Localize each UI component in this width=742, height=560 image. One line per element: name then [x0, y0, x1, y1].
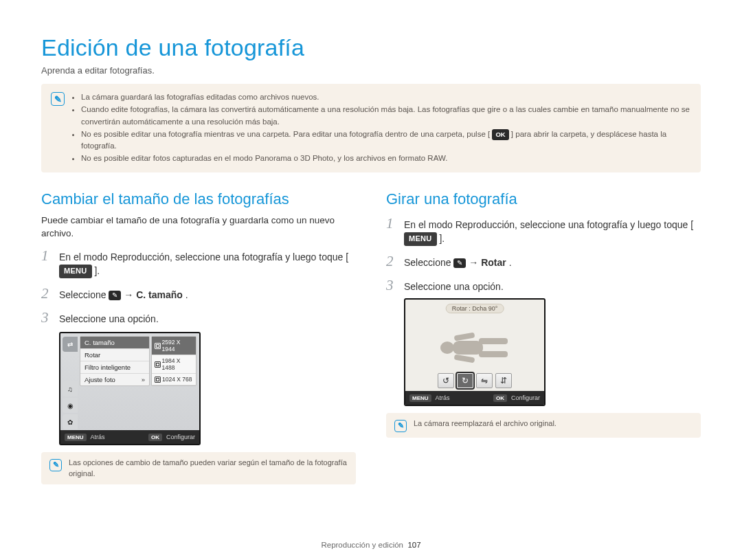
edit-icon: ✎ — [109, 291, 121, 300]
size-option-label: 2592 X 1944 — [162, 339, 193, 352]
manual-page: Edición de una fotografía Aprenda a edit… — [0, 0, 742, 560]
rotate-label-pill: Rotar : Dcha 90° — [446, 304, 504, 313]
svg-rect-2 — [479, 338, 508, 344]
menu-button-label: MENU — [404, 232, 437, 246]
back-label: Atrás — [91, 434, 105, 440]
ok-tag: OK — [148, 434, 162, 441]
note-icon: ✎ — [51, 92, 65, 106]
step-number: 1 — [41, 247, 54, 265]
swap-icon[interactable]: ⇄ — [63, 337, 78, 352]
text: ]. — [94, 265, 100, 276]
step-number: 2 — [41, 285, 54, 302]
svg-rect-5 — [454, 355, 475, 363]
note-text: No es posible editar una fotografía mien… — [81, 130, 490, 138]
flip-horizontal-button[interactable]: ⇋ — [476, 373, 493, 388]
svg-rect-1 — [453, 341, 483, 355]
text: . — [186, 289, 188, 300]
right-column: Girar una fotografía 1 En el modo Reprod… — [386, 190, 701, 484]
rotate-note-text: La cámara reemplazará el archivo origina… — [414, 418, 556, 429]
step-number: 3 — [386, 277, 398, 294]
text: → — [124, 289, 136, 300]
step-number: 1 — [386, 215, 398, 232]
text: En el modo Reproducción, seleccione una … — [59, 251, 348, 262]
step-2: 2 Seleccione ✎ → Rotar . — [386, 253, 701, 270]
step-text: En el modo Reproducción, seleccione una … — [404, 218, 701, 247]
note-icon: ✎ — [394, 420, 407, 432]
left-icon-rail: ⇄ ♫ ◉ ✿ — [60, 333, 80, 430]
section-title-resize: Cambiar el tamaño de las fotografías — [41, 190, 356, 208]
rotate-left-button[interactable]: ↺ — [438, 373, 454, 388]
chevron-right-icon: » — [142, 376, 145, 383]
step-1: 1 En el modo Reproducción, seleccione un… — [386, 215, 701, 247]
flip-vertical-button[interactable]: ⇵ — [495, 373, 512, 388]
step-3: 3 Seleccione una opción. — [386, 277, 701, 294]
text: Seleccione — [59, 289, 109, 300]
menu-item-label: Ajuste foto — [85, 376, 115, 383]
rotate-right-button[interactable]: ↻ — [457, 373, 473, 388]
menu-list: C. tamaño Rotar Filtro inteligente Ajust… — [80, 336, 150, 386]
size-icon — [155, 377, 161, 383]
size-option[interactable]: 1024 X 768 — [152, 374, 196, 385]
page-number: 107 — [407, 541, 420, 549]
camera-screenshot-rotate: Rotar : Dcha 90° ↺ — [404, 298, 546, 406]
step-text: Seleccione ✎ → C. tamaño . — [59, 288, 188, 302]
edit-icon: ✎ — [453, 258, 466, 268]
screenshot-footer: MENU Atrás OK Configurar — [405, 391, 544, 405]
svg-point-0 — [440, 341, 454, 354]
size-option[interactable]: 1984 X 1488 — [152, 355, 196, 374]
size-options-list: 2592 X 1944 1984 X 1488 1024 X 768 — [151, 336, 196, 386]
person-silhouette — [434, 331, 516, 364]
menu-path-target: C. tamaño — [136, 289, 183, 300]
ok-button-label: OK — [492, 129, 508, 140]
step-2: 2 Seleccione ✎ → C. tamaño . — [41, 285, 356, 302]
two-column-layout: Cambiar el tamaño de las fotografías Pue… — [41, 190, 701, 484]
menu-path-target: Rotar — [481, 257, 506, 268]
menu-item[interactable]: Rotar — [80, 349, 149, 361]
menu-item[interactable]: C. tamaño — [80, 337, 149, 349]
size-option-label: 1024 X 768 — [162, 376, 192, 383]
note-item: No es posible editar una fotografía mien… — [81, 128, 690, 153]
menu-button-label: MENU — [59, 265, 92, 278]
step-text: Seleccione una opción. — [404, 280, 504, 293]
back-label: Atrás — [436, 394, 450, 401]
page-subtitle: Aprenda a editar fotografías. — [41, 65, 701, 76]
gear-icon[interactable]: ✿ — [63, 414, 78, 429]
step-number: 3 — [41, 309, 54, 326]
camera-icon[interactable]: ◉ — [63, 398, 78, 413]
text: . — [509, 257, 512, 268]
ok-tag: OK — [493, 394, 507, 402]
rotate-note-box: ✎ La cámara reemplazará el archivo origi… — [386, 413, 701, 438]
size-icon — [155, 361, 161, 368]
step-3: 3 Seleccione una opción. — [41, 309, 356, 326]
note-icon: ✎ — [49, 459, 62, 471]
main-note-box: ✎ La cámara guardará las fotografías edi… — [41, 84, 701, 172]
step-text: En el modo Reproducción, seleccione una … — [59, 250, 356, 279]
text: Seleccione — [404, 257, 453, 268]
left-column: Cambiar el tamaño de las fotografías Pue… — [41, 190, 356, 484]
step-text: Seleccione una opción. — [59, 312, 159, 326]
note-item: Cuando edite fotografías, la cámara las … — [81, 104, 690, 128]
page-title: Edición de una fotografía — [41, 34, 701, 61]
resize-note-box: ✎ Las opciones de cambio de tamaño puede… — [41, 452, 356, 484]
screenshot-footer: MENU Atrás OK Configurar — [60, 430, 199, 444]
resize-intro: Puede cambiar el tamaño de una fotografí… — [41, 214, 356, 240]
text: En el modo Reproducción, seleccione una … — [404, 219, 693, 230]
main-note-list: La cámara guardará las fotografías edita… — [73, 91, 690, 166]
text: ]. — [439, 233, 445, 244]
rotate-button-row: ↺ ↻ ⇋ ⇵ — [438, 373, 512, 388]
note-item: No es posible editar fotos capturadas en… — [81, 153, 690, 164]
menu-item[interactable]: Ajuste foto » — [80, 374, 149, 385]
note-item: La cámara guardará las fotografías edita… — [81, 91, 690, 103]
step-1: 1 En el modo Reproducción, seleccione un… — [41, 247, 356, 279]
size-icon — [155, 343, 161, 349]
step-text: Seleccione ✎ → Rotar . — [404, 256, 512, 269]
ok-label: Configurar — [166, 434, 195, 440]
music-icon[interactable]: ♫ — [63, 381, 78, 396]
size-option[interactable]: 2592 X 1944 — [152, 337, 196, 355]
step-number: 2 — [386, 253, 398, 270]
menu-item[interactable]: Filtro inteligente — [80, 361, 149, 374]
text: → — [469, 257, 481, 268]
page-footer: Reproducción y edición 107 — [0, 541, 742, 549]
svg-rect-3 — [479, 351, 508, 357]
section-title-rotate: Girar una fotografía — [386, 190, 701, 208]
